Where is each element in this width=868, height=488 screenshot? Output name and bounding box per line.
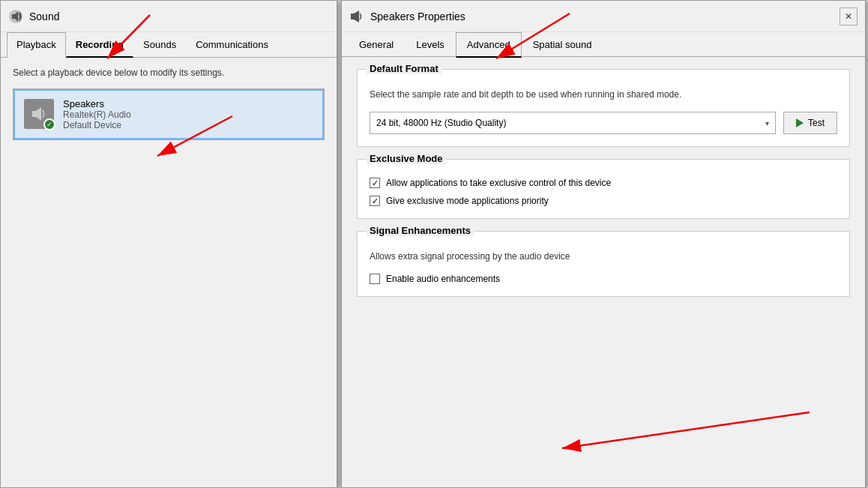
checkbox-row-exclusive-control: Allow applications to take exclusive con… [370,178,837,188]
close-button[interactable]: ✕ [840,7,858,25]
sound-window-icon [8,9,23,24]
speakers-tabs: General Levels Advanced Spatial sound [342,32,865,57]
default-format-desc: Select the sample rate and bit depth to … [370,88,837,101]
checkbox-row-exclusive-priority: Give exclusive mode applications priorit… [370,196,837,206]
default-format-content: Select the sample rate and bit depth to … [370,82,837,134]
device-name: Speakers [63,98,131,109]
tab-playback[interactable]: Playback [7,32,66,58]
format-row: 24 bit, 48000 Hz (Studio Quality) ▾ Test [370,112,837,134]
sound-title: Sound [29,10,59,22]
device-item-speakers[interactable]: ✓ Speakers Realtek(R) Audio Default Devi… [13,89,324,139]
tab-spatial-sound[interactable]: Spatial sound [522,32,603,57]
checkbox-exclusive-control[interactable] [370,178,380,188]
tab-communications[interactable]: Communications [186,32,278,58]
sound-description: Select a playback device below to modify… [13,67,325,79]
device-info: Speakers Realtek(R) Audio Default Device [63,98,131,130]
speakers-title: Speakers Properties [370,10,465,22]
svg-rect-4 [351,13,354,19]
default-device-check: ✓ [43,118,55,130]
checkbox-exclusive-priority-label: Give exclusive mode applications priorit… [386,196,549,206]
sound-tabs: Playback Recording Sounds Communications [1,32,337,58]
exclusive-mode-section: Exclusive Mode Allow applications to tak… [357,159,850,219]
format-select-dropdown[interactable]: 24 bit, 48000 Hz (Studio Quality) ▾ [370,112,776,134]
checkbox-row-audio-enhancements: Enable audio enhancements [370,274,837,284]
test-button-label: Test [808,118,825,128]
play-icon [796,118,804,127]
sound-content: Select a playback device below to modify… [1,58,337,149]
dropdown-arrow-icon: ▾ [765,119,769,127]
device-driver: Realtek(R) Audio [63,109,131,120]
test-button[interactable]: Test [783,112,837,134]
signal-enhancements-label: Signal Enhancements [367,225,474,236]
tab-recording[interactable]: Recording [66,32,133,58]
exclusive-mode-label: Exclusive Mode [367,153,446,164]
tab-advanced[interactable]: Advanced [456,32,522,58]
sound-titlebar: Sound [1,1,337,32]
device-status: Default Device [63,120,131,130]
default-format-label: Default Format [367,63,441,74]
speakers-window: Speakers Properties ✕ General Levels Adv… [341,0,866,488]
signal-enhancements-desc: Allows extra signal processing by the au… [370,250,837,263]
exclusive-mode-content: Allow applications to take exclusive con… [370,172,837,206]
default-format-section: Default Format Select the sample rate an… [357,69,850,147]
tab-sounds[interactable]: Sounds [133,32,186,58]
checkbox-exclusive-control-label: Allow applications to take exclusive con… [386,178,611,188]
sound-window: Sound Playback Recording Sounds Communic… [0,0,337,488]
svg-marker-5 [354,10,359,22]
checkbox-audio-enhancements-label: Enable audio enhancements [386,274,500,284]
speakers-window-icon [349,9,364,24]
speakers-titlebar: Speakers Properties ✕ [342,1,865,32]
tab-general[interactable]: General [348,32,405,57]
speakers-titlebar-left: Speakers Properties [349,9,465,24]
signal-enhancements-content: Allows extra signal processing by the au… [370,244,837,284]
device-list: ✓ Speakers Realtek(R) Audio Default Devi… [13,88,325,140]
speakers-content: Default Format Select the sample rate an… [342,57,865,309]
checkbox-audio-enhancements[interactable] [370,274,380,284]
device-icon: ✓ [24,99,54,129]
svg-rect-2 [32,111,36,117]
format-select-value: 24 bit, 48000 Hz (Studio Quality) [376,118,506,128]
tab-levels[interactable]: Levels [405,32,456,57]
checkbox-exclusive-priority[interactable] [370,196,380,206]
signal-enhancements-section: Signal Enhancements Allows extra signal … [357,231,850,297]
svg-marker-3 [36,107,41,121]
